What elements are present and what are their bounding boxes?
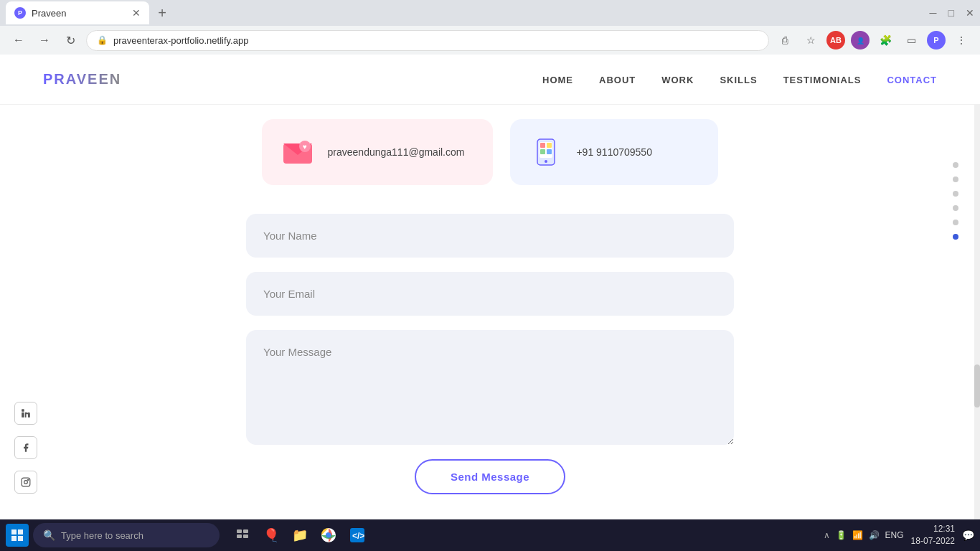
phone-card: +91 9110709550 (510, 119, 718, 185)
scrollbar-track[interactable] (974, 105, 980, 537)
svg-point-14 (545, 160, 547, 163)
taskbar-party[interactable]: 🎈 (258, 522, 284, 537)
svg-rect-23 (18, 536, 23, 537)
notification-icon[interactable]: 💬 (962, 529, 974, 537)
email-text: praveendunga111@gmail.com (328, 146, 465, 158)
svg-rect-27 (243, 534, 248, 537)
site-logo[interactable]: PRAVEEN (43, 71, 121, 88)
svg-rect-24 (237, 529, 242, 533)
search-icon: 🔍 (43, 529, 55, 537)
reload-button[interactable]: ↻ (60, 30, 80, 50)
bookmark-button[interactable]: ☆ (801, 30, 821, 50)
svg-point-18 (24, 481, 28, 484)
svg-rect-22 (11, 536, 17, 537)
name-input[interactable] (246, 214, 734, 258)
svg-text:</>: </> (352, 531, 364, 537)
side-nav-dots (953, 162, 958, 240)
svg-rect-15 (22, 409, 24, 412)
svg-text:♥: ♥ (303, 143, 307, 151)
linkedin-icon[interactable] (14, 402, 37, 425)
tray-expand-icon[interactable]: ∧ (824, 530, 830, 537)
nav-work[interactable]: WORK (661, 75, 694, 85)
email-icon: ♥ (279, 133, 316, 171)
sidebar-button[interactable]: ▭ (901, 30, 921, 50)
lock-icon: 🔒 (97, 35, 108, 45)
taskbar-task-view[interactable] (230, 522, 255, 537)
taskbar-time-display[interactable]: 12:31 18-07-2022 (911, 523, 955, 537)
date-text: 18-07-2022 (911, 535, 955, 537)
tray-language: ENG (885, 530, 904, 537)
main-content: ♥ praveendunga111@gmail.com (0, 105, 980, 537)
nav-links: HOME ABOUT WORK SKILLS TESTIMONIALS CONT… (542, 73, 937, 86)
close-window-button[interactable]: ✕ (966, 7, 974, 19)
scrollbar-thumb[interactable] (974, 364, 980, 408)
window-controls: ─ □ ✕ (930, 7, 974, 19)
share-button[interactable]: ⎙ (775, 30, 795, 50)
taskbar-items: 🎈 📁 </> (230, 522, 370, 537)
forward-button[interactable]: → (34, 30, 55, 50)
url-text: praveenterax-portfolio.netlify.app (113, 35, 248, 46)
profile-avatar-purple[interactable]: 👤 (851, 31, 870, 50)
tray-battery-icon: 🔋 (836, 530, 847, 537)
svg-text:👤: 👤 (857, 37, 865, 45)
nav-contact[interactable]: CONTACT (887, 75, 937, 85)
site-navigation: PRAVEEN HOME ABOUT WORK SKILLS TESTIMONI… (0, 55, 980, 105)
back-button[interactable]: ← (9, 30, 29, 50)
maximize-button[interactable]: □ (948, 7, 954, 19)
taskbar-tray: ∧ 🔋 📶 🔊 ENG 12:31 18-07-2022 💬 (824, 523, 974, 537)
address-bar[interactable]: 🔒 praveenterax-portfolio.netlify.app (86, 30, 769, 51)
tab-close-button[interactable]: ✕ (132, 7, 141, 19)
tray-volume-icon[interactable]: 🔊 (869, 530, 880, 537)
profile-avatar-red[interactable]: AB (826, 31, 845, 50)
facebook-icon[interactable] (14, 436, 37, 459)
nav-dot-6-active[interactable] (953, 234, 958, 240)
nav-home[interactable]: HOME (542, 75, 573, 85)
contact-cards: ♥ praveendunga111@gmail.com (262, 119, 719, 185)
instagram-icon[interactable] (14, 471, 37, 494)
svg-rect-10 (540, 143, 545, 148)
start-button[interactable] (6, 524, 29, 537)
nav-dot-4[interactable] (953, 205, 958, 211)
nav-about[interactable]: ABOUT (599, 75, 636, 85)
svg-rect-25 (243, 529, 248, 533)
tab-favicon: P (14, 7, 26, 19)
search-placeholder: Type here to search (61, 530, 143, 538)
svg-point-19 (28, 479, 29, 480)
svg-rect-13 (547, 149, 552, 154)
browser-tab[interactable]: P Praveen ✕ (6, 1, 149, 24)
new-tab-button[interactable]: + (152, 3, 172, 23)
taskbar-file-explorer[interactable]: 📁 (287, 522, 313, 537)
extensions-button[interactable]: 🧩 (875, 30, 895, 50)
send-message-button[interactable]: Send Message (415, 459, 565, 494)
nav-dot-1[interactable] (953, 162, 958, 168)
user-profile-button[interactable]: P (927, 31, 946, 50)
svg-rect-26 (237, 534, 242, 537)
phone-icon (527, 133, 565, 171)
nav-dot-2[interactable] (953, 176, 958, 182)
email-input[interactable] (246, 272, 734, 316)
tray-icons: ∧ 🔋 📶 🔊 ENG (824, 530, 904, 537)
svg-rect-21 (18, 529, 23, 534)
taskbar: 🔍 Type here to search 🎈 📁 (0, 519, 980, 537)
nav-testimonials[interactable]: TESTIMONIALS (783, 75, 862, 85)
svg-rect-16 (22, 413, 24, 418)
nav-dot-5[interactable] (953, 220, 958, 225)
phone-text: +91 9110709550 (576, 146, 652, 158)
svg-rect-11 (547, 143, 552, 148)
taskbar-vscode[interactable]: </> (344, 522, 370, 537)
time-text: 12:31 (911, 523, 955, 535)
svg-rect-12 (540, 149, 545, 154)
social-icons (14, 402, 37, 494)
tray-network-icon: 📶 (852, 530, 863, 537)
contact-form: Send Message (246, 214, 734, 494)
message-textarea[interactable] (246, 330, 734, 445)
email-card: ♥ praveendunga111@gmail.com (262, 119, 494, 185)
taskbar-chrome[interactable] (316, 522, 341, 537)
minimize-button[interactable]: ─ (930, 7, 937, 19)
svg-rect-20 (11, 529, 17, 534)
taskbar-search-box[interactable]: 🔍 Type here to search (33, 523, 220, 537)
menu-button[interactable]: ⋮ (951, 30, 971, 50)
nav-dot-3[interactable] (953, 191, 958, 197)
nav-skills[interactable]: SKILLS (720, 75, 757, 85)
svg-rect-17 (22, 478, 30, 486)
